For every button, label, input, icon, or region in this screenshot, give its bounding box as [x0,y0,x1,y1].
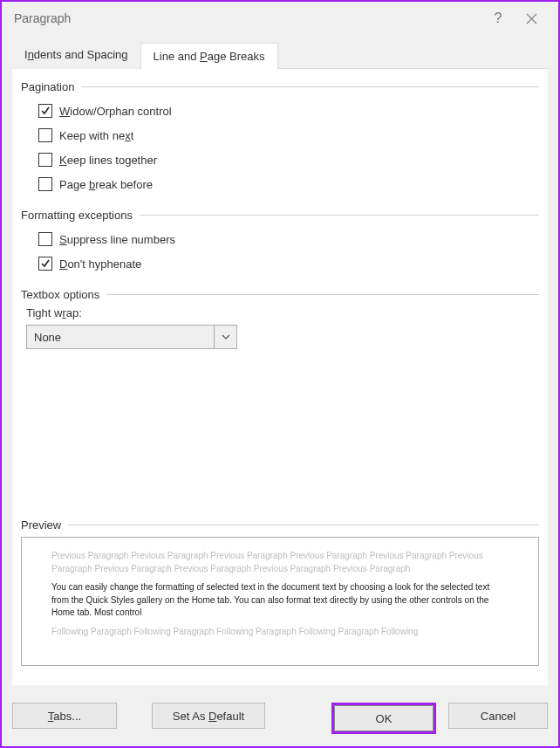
widow-orphan-label: Widow/Orphan control [59,105,172,118]
help-icon[interactable]: ? [481,2,515,35]
preview-box: Previous Paragraph Previous Paragraph Pr… [21,537,539,666]
checkbox-icon [38,104,52,118]
cancel-button[interactable]: Cancel [448,703,548,729]
keep-lines-together-label: Keep lines together [59,154,157,167]
tight-wrap-combo[interactable]: None [26,325,237,349]
page-break-before-label: Page break before [59,178,153,191]
checkbox-icon [38,257,52,271]
set-as-default-button[interactable]: Set As Default [152,703,265,729]
widow-orphan-checkbox[interactable]: Widow/Orphan control [38,99,539,123]
preview-following-text: Following Paragraph Following Paragraph … [51,626,509,639]
page-break-before-checkbox[interactable]: Page break before [38,172,539,196]
tight-wrap-label: Tight wrap: [26,306,539,319]
dont-hyphenate-checkbox[interactable]: Don't hyphenate [38,251,539,276]
textbox-options-title: Textbox options [21,288,99,301]
checkbox-icon [38,128,52,142]
dont-hyphenate-label: Don't hyphenate [59,257,141,271]
tight-wrap-value: None [27,331,214,344]
preview-sample-text: You can easily change the formatting of … [51,581,509,620]
tab-strip: Indents and Spacing Line and Page Breaks [12,42,548,70]
checkbox-icon [38,153,52,167]
tab-indents-spacing[interactable]: Indents and Spacing [12,42,140,69]
title-bar: Paragraph ? [2,2,558,35]
suppress-line-numbers-label: Suppress line numbers [59,233,175,246]
checkbox-icon [38,177,52,191]
tab-line-page-breaks[interactable]: Line and Page Breaks [140,43,278,70]
keep-lines-together-checkbox[interactable]: Keep lines together [38,148,539,172]
paragraph-dialog: Paragraph ? Indents and Spacing Line and… [0,0,560,748]
preview-previous-text: Previous Paragraph Previous Paragraph Pr… [51,550,509,575]
ok-button[interactable]: OK [334,705,434,731]
pagination-group: Pagination Widow/Orphan control Keep wit… [21,80,539,196]
button-row: Tabs... Set As Default OK Cancel [2,694,558,746]
panel-body: Pagination Widow/Orphan control Keep wit… [12,70,548,685]
preview-group: Preview Previous Paragraph Previous Para… [21,518,539,666]
dialog-content: Indents and Spacing Line and Page Breaks… [12,42,548,685]
textbox-options-group: Textbox options Tight wrap: None [21,288,539,349]
checkbox-icon [38,232,52,246]
dialog-title: Paragraph [14,11,481,25]
preview-title: Preview [21,518,61,532]
ok-button-highlight: OK [331,703,436,734]
keep-with-next-checkbox[interactable]: Keep with next [38,123,539,148]
keep-with-next-label: Keep with next [59,129,133,142]
suppress-line-numbers-checkbox[interactable]: Suppress line numbers [38,227,539,251]
formatting-title: Formatting exceptions [21,209,133,222]
chevron-down-icon [214,326,236,348]
close-icon[interactable] [515,2,548,35]
formatting-exceptions-group: Formatting exceptions Suppress line numb… [21,209,539,276]
tabs-button[interactable]: Tabs... [12,703,117,729]
pagination-title: Pagination [21,80,74,93]
